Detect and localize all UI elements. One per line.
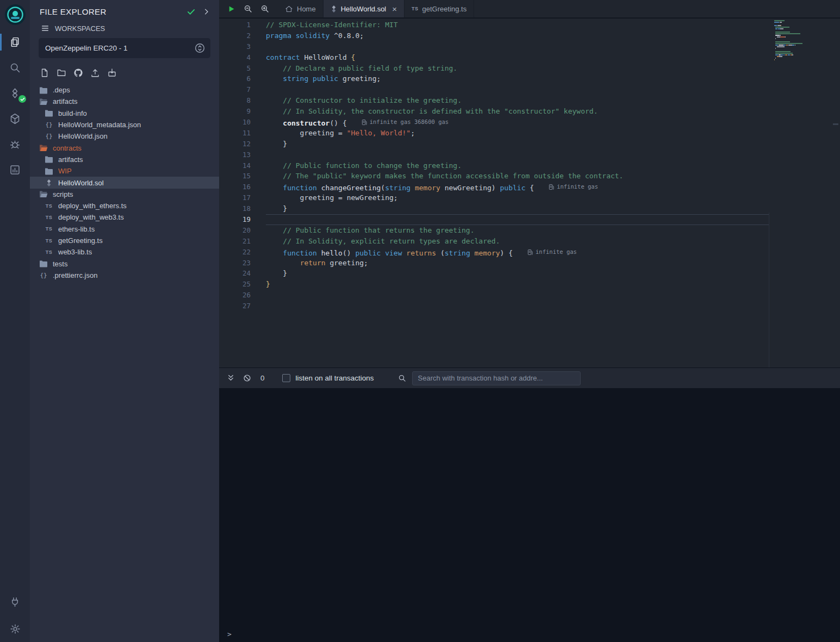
code-line-content[interactable]: function changeGreeting(string memory ne… [266, 182, 769, 192]
deploy-run-icon[interactable] [0, 106, 30, 132]
line-number: 9 [219, 106, 251, 117]
line-number: 10 [219, 117, 251, 128]
code-line-content[interactable] [266, 41, 769, 52]
code-line-content[interactable]: // The "public" keyword makes the functi… [266, 171, 769, 182]
code-line: 7 [219, 84, 769, 95]
tab-label: Home [297, 5, 316, 13]
tree-item-contracts[interactable]: contracts [30, 142, 219, 153]
code-line-content[interactable] [266, 290, 769, 301]
new-file-icon[interactable] [40, 68, 49, 78]
line-number: 20 [219, 225, 251, 236]
search-icon[interactable] [0, 55, 30, 80]
code-line-content[interactable] [266, 301, 769, 311]
code-line-content[interactable]: pragma solidity ^0.8.0; [266, 30, 769, 41]
plugin-manager-icon[interactable] [0, 589, 30, 615]
zoom-out-icon[interactable] [244, 4, 252, 13]
code-line-content[interactable]: constructor() {infinite gas 368600 gas [266, 117, 769, 128]
tree-item-artifacts[interactable]: artifacts [30, 96, 219, 107]
code-line-content[interactable] [266, 149, 769, 160]
code-line-content[interactable]: function hello() public view returns (st… [266, 247, 769, 258]
file-explorer-icon[interactable] [0, 29, 30, 55]
settings-icon[interactable] [0, 615, 30, 642]
activity-bar [0, 0, 30, 642]
tree-item-label: web3-lib.ts [58, 248, 92, 256]
tree-item-HelloWorld.json[interactable]: {}HelloWorld.json [30, 130, 219, 142]
tree-item-HelloWorld_metadata.json[interactable]: {}HelloWorld_metadata.json [30, 119, 219, 130]
code-line: 12 } [219, 139, 769, 149]
code-line-content[interactable]: greeting = "Hello, World!"; [266, 128, 769, 139]
code-line-content[interactable] [266, 84, 769, 95]
tree-item-deploy_with_web3.ts[interactable]: TSdeploy_with_web3.ts [30, 211, 219, 223]
tree-item-deploy_with_ethers.ts[interactable]: TSdeploy_with_ethers.ts [30, 200, 219, 211]
activity-bar-bottom [0, 589, 30, 642]
line-number: 14 [219, 160, 251, 171]
tree-item-artifacts[interactable]: artifacts [30, 154, 219, 165]
tree-item-.deps[interactable]: .deps [30, 84, 219, 96]
tree-item-getGreeting.ts[interactable]: TSgetGreeting.ts [30, 235, 219, 246]
file-explorer-panel: FILE EXPLORER WORKSPACES OpenZeppelin ER… [30, 0, 219, 642]
code-line-content[interactable]: // Public function that returns the gree… [266, 225, 769, 236]
code-line-content[interactable]: // In Solidity, explicit return types ar… [266, 236, 769, 247]
tree-item-web3-lib.ts[interactable]: TSweb3-lib.ts [30, 246, 219, 258]
run-script-button[interactable] [227, 5, 235, 13]
code-line-content[interactable]: greeting = newGreeting; [266, 192, 769, 203]
code-line: 3 [219, 41, 769, 52]
line-number: 7 [219, 84, 251, 95]
line-number: 19 [219, 214, 251, 225]
tab-getGreeting.ts[interactable]: TSgetGreeting.ts [405, 0, 474, 17]
remix-logo-icon[interactable] [0, 0, 30, 29]
sol-tab-icon [331, 5, 337, 13]
terminal-toolbar: 0 listen on all transactions [219, 368, 840, 388]
transaction-count: 0 [260, 374, 265, 382]
new-folder-icon[interactable] [57, 68, 66, 78]
listen-transactions-checkbox[interactable] [282, 374, 290, 382]
tree-item-build-info[interactable]: build-info [30, 108, 219, 119]
code-line-content[interactable]: // Constructor to initialize the greetin… [266, 95, 769, 106]
code-line-content[interactable]: } [266, 279, 769, 290]
code-line-content[interactable]: string public greeting; [266, 73, 769, 84]
debugger-icon[interactable] [0, 132, 30, 157]
minimap[interactable] [774, 20, 816, 64]
code-line-content[interactable]: } [266, 268, 769, 279]
tree-item-label: deploy_with_web3.ts [58, 213, 124, 221]
chevron-right-icon[interactable] [202, 8, 210, 16]
tree-item-scripts[interactable]: scripts [30, 189, 219, 200]
code-line-content[interactable]: return greeting; [266, 258, 769, 269]
expand-terminal-icon[interactable] [227, 374, 235, 382]
solidity-analyzers-icon[interactable] [0, 157, 30, 183]
code-line-content[interactable]: contract HelloWorld { [266, 52, 769, 63]
code-editor[interactable]: 1// SPDX-License-Identifier: MIT2pragma … [219, 18, 840, 367]
terminal-output[interactable]: > [219, 388, 840, 642]
solidity-compiler-icon[interactable] [0, 80, 30, 106]
zoom-in-icon[interactable] [260, 4, 269, 13]
workspaces-menu-icon[interactable] [41, 24, 49, 33]
workspace-ok-check-icon[interactable] [186, 7, 196, 16]
tree-item-WIP[interactable]: WIP [30, 165, 219, 177]
tree-item-ethers-lib.ts[interactable]: TSethers-lib.ts [30, 223, 219, 235]
workspace-selector[interactable]: OpenZeppelin ERC20 - 1 [39, 38, 210, 58]
code-line: 22 function hello() public view returns … [219, 247, 769, 258]
tab-Home[interactable]: Home [278, 0, 323, 17]
publish-to-gist-icon[interactable] [73, 68, 83, 78]
code-line-content[interactable]: } [266, 203, 769, 214]
scrollbar-thumb[interactable] [833, 123, 838, 125]
line-number: 5 [219, 63, 251, 74]
upload-folder-icon[interactable] [107, 68, 117, 78]
tab-HelloWorld.sol[interactable]: HelloWorld.sol× [323, 0, 405, 17]
clear-terminal-icon[interactable] [243, 374, 251, 382]
workspace-switch-icon[interactable] [195, 43, 205, 53]
code-line-content[interactable] [266, 214, 769, 225]
terminal-search-input[interactable] [412, 371, 581, 385]
upload-file-icon[interactable] [90, 68, 100, 78]
close-tab-icon[interactable]: × [392, 5, 397, 13]
code-line-content[interactable]: // Declare a public field of type string… [266, 63, 769, 74]
tree-item-HelloWorld.sol[interactable]: HelloWorld.sol [30, 177, 219, 188]
tree-item-tests[interactable]: tests [30, 258, 219, 269]
code-line-content[interactable]: // Public function to change the greetin… [266, 160, 769, 171]
tree-item-.prettierrc.json[interactable]: {}.prettierrc.json [30, 270, 219, 281]
tree-item-label: HelloWorld_metadata.json [58, 121, 141, 129]
code-line-content[interactable]: // SPDX-License-Identifier: MIT [266, 20, 769, 30]
line-number: 27 [219, 301, 251, 311]
code-line-content[interactable]: // In Solidity, the constructor is defin… [266, 106, 769, 117]
code-line-content[interactable]: } [266, 139, 769, 149]
